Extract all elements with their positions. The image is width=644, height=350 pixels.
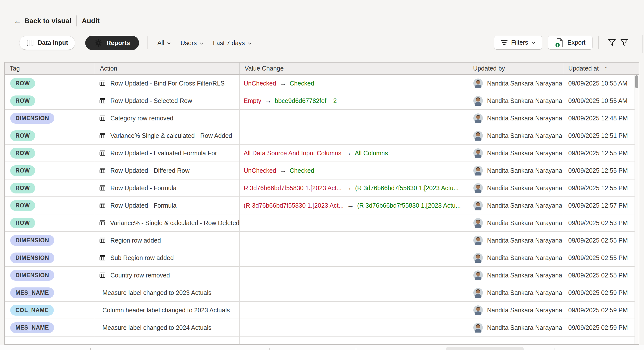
updated-at-value: 09/09/2025 02:59 PM — [568, 324, 628, 331]
page-title: Audit — [82, 17, 100, 25]
funnel-filter-icon-1[interactable] — [608, 39, 616, 47]
bottom-column-tick — [554, 348, 555, 350]
value-change-cell: All Data Source And Input Columns → All … — [240, 145, 468, 162]
updated-by-name: Nandita Sankara Narayana ( — [487, 219, 563, 227]
tag-pill: ROW — [10, 96, 35, 106]
data-input-button[interactable]: Data Input — [19, 36, 75, 50]
avatar — [473, 200, 483, 210]
change-arrow-icon: → — [345, 184, 352, 192]
scope-dropdown-all[interactable]: All — [158, 39, 171, 47]
table-row: MES_NAME Measure label changed to 2023 A… — [5, 284, 639, 302]
action-label: Sub Region row added — [110, 254, 174, 261]
table-grid-icon — [99, 254, 106, 261]
tag-cell: MES_NAME — [5, 284, 95, 301]
action-cell: Row Updated - Selected Row — [95, 92, 240, 109]
updated-by-cell: Nandita Sankara Narayana ( — [468, 267, 563, 284]
value-change-cell: (R 3d76b66bd7f55830 1.[2023 Act... → (R … — [240, 197, 468, 214]
table-row: DIMENSION Category row removed Nandita S… — [5, 110, 639, 127]
old-value: (R 3d76b66bd7f55830 1.[2023 Act... — [244, 202, 344, 209]
value-change-cell — [240, 302, 468, 318]
users-dropdown[interactable]: Users — [180, 39, 203, 47]
action-cell: Country row removed — [95, 267, 240, 284]
updated-by-name: Nandita Sankara Narayana ( — [487, 324, 563, 331]
tag-cell: MES_NAME — [5, 319, 95, 336]
export-label: Export — [568, 39, 586, 46]
action-label: Row Updated - Formula — [110, 184, 176, 192]
horizontal-scrollbar-thumb[interactable] — [446, 347, 524, 350]
updated-at-value: 09/09/2025 02:59 PM — [568, 289, 628, 296]
value-change-cell: UnChecked → Checked — [240, 162, 468, 179]
updated-at-value: 09/09/2025 12:57 PM — [568, 202, 628, 209]
action-label: Measure label changed to 2024 Actuals — [102, 324, 212, 331]
funnel-filter-icon-2[interactable] — [620, 39, 628, 47]
action-label: Row Updated - Selected Row — [110, 97, 192, 105]
vertical-scrollbar[interactable] — [634, 75, 639, 344]
table-row-partial — [5, 336, 639, 344]
avatar — [473, 218, 483, 228]
tag-pill: ROW — [10, 78, 35, 89]
column-header-tag[interactable]: Tag — [5, 63, 95, 74]
column-header-action[interactable]: Action — [95, 63, 240, 74]
updated-by-name: Nandita Sankara Narayana ( — [487, 307, 563, 314]
updated-at-cell: 09/09/2025 12:51 PM — [563, 127, 639, 144]
table-row: ROW Row Updated - Formula R 3d76b66bd7f5… — [5, 179, 639, 197]
table-header-row: Tag Action Value Change Updated by Updat… — [5, 63, 639, 75]
date-range-dropdown[interactable]: Last 7 days — [213, 39, 252, 47]
avatar — [473, 288, 483, 298]
tag-pill: ROW — [10, 218, 35, 228]
change-arrow-icon: → — [264, 97, 272, 105]
action-label: Region row added — [110, 237, 161, 244]
old-value: R 3d76b66bd7f55830 1.[2023 Act... — [244, 184, 342, 192]
value-change-cell — [240, 232, 468, 249]
column-header-updated-by[interactable]: Updated by — [468, 63, 563, 74]
updated-by-cell: Nandita Sankara Narayana ( — [468, 179, 563, 196]
column-header-value-change[interactable]: Value Change — [240, 63, 468, 74]
filters-button[interactable]: Filters — [494, 36, 542, 50]
avatar — [473, 235, 483, 245]
avatar — [473, 148, 483, 158]
change-arrow-icon: → — [344, 149, 352, 157]
value-change-cell: UnChecked → Checked — [240, 75, 468, 92]
old-value: UnChecked — [244, 80, 276, 87]
updated-at-value: 09/09/2025 12:51 PM — [568, 132, 628, 139]
table-grid-icon — [99, 219, 106, 226]
updated-by-cell: Nandita Sankara Narayana ( — [468, 284, 563, 301]
reports-button[interactable]: Reports — [85, 36, 139, 50]
data-grid-icon — [26, 39, 34, 47]
export-button[interactable]: Export — [548, 36, 593, 50]
tag-pill: DIMENSION — [10, 270, 54, 281]
tag-pill: COL_NAME — [10, 305, 54, 315]
updated-by-name: Nandita Sankara Narayana ( — [487, 237, 563, 244]
title-divider — [76, 16, 77, 27]
bottom-column-tick — [179, 348, 179, 350]
value-change-cell: R 3d76b66bd7f55830 1.[2023 Act... → (R 3… — [240, 179, 468, 196]
table-grid-icon — [99, 202, 106, 209]
updated-by-cell: Nandita Sankara Narayana ( — [468, 162, 563, 179]
updated-by-cell: Nandita Sankara Narayana ( — [468, 75, 563, 92]
column-header-updated-at[interactable]: Updated at ↑ — [563, 63, 639, 74]
updated-at-value: 09/09/2025 02:55 PM — [568, 237, 628, 244]
new-value: All Columns — [355, 150, 388, 157]
table-row: ROW Row Updated - Evaluated Formula For … — [5, 145, 639, 162]
tag-cell: DIMENSION — [5, 267, 95, 284]
action-label: Row Updated - Evaluated Formula For — [110, 150, 217, 157]
new-value: (R 3d76b66bd7f55830 1.[2023 Actu... — [357, 202, 461, 209]
table-body: ROW Row Updated - Bind For Cross Filter/… — [5, 75, 639, 336]
table-grid-icon — [99, 237, 106, 244]
back-to-visual-link[interactable]: ← Back to visual — [14, 17, 71, 25]
value-change-cell — [240, 284, 468, 301]
table-row: ROW Variance% Single & calculated - Row … — [5, 127, 639, 145]
table-row: DIMENSION Region row added Nandita Sanka… — [5, 232, 639, 249]
updated-by-name: Nandita Sankara Narayana ( — [487, 184, 563, 192]
chevron-down-icon — [532, 41, 536, 44]
vertical-scrollbar-thumb[interactable] — [635, 75, 638, 88]
sort-ascending-icon[interactable]: ↑ — [604, 65, 608, 73]
table-grid-icon — [99, 97, 106, 104]
toolbar-divider — [148, 36, 148, 49]
tag-cell: ROW — [5, 197, 95, 214]
old-value: All Data Source And Input Columns — [244, 150, 341, 157]
value-change-cell — [240, 267, 468, 284]
table-row: MES_NAME Measure label changed to 2024 A… — [5, 319, 639, 336]
table-row: ROW Row Updated - Selected Row Empty → b… — [5, 92, 639, 110]
updated-by-cell: Nandita Sankara Narayana ( — [468, 127, 563, 144]
